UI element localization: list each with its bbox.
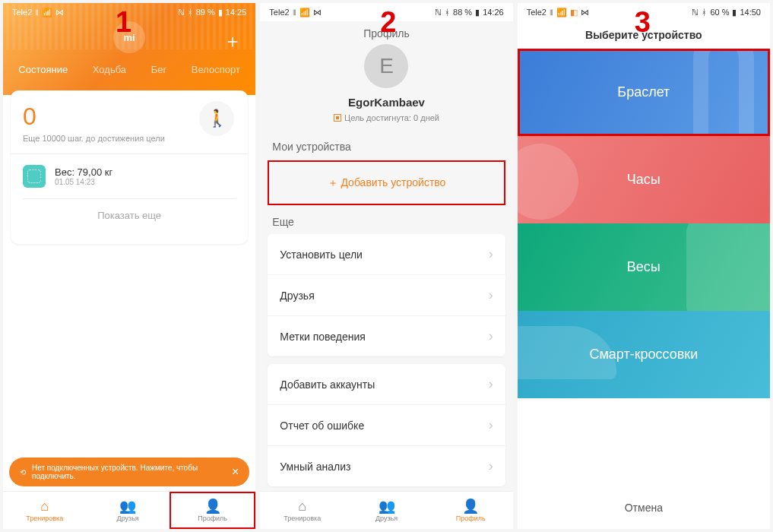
row-accounts[interactable]: Добавить аккаунты› xyxy=(268,364,505,405)
row-label: Умный анализ xyxy=(280,461,350,473)
chevron-right-icon: › xyxy=(489,417,493,433)
battery-text: 60 % xyxy=(710,8,729,17)
add-device-button[interactable]: ＋ Добавить устройство xyxy=(268,160,505,205)
no-device-toast[interactable]: ⟲ Нет подключенных устройств. Нажмите, ч… xyxy=(9,458,249,486)
settings-list-2: Добавить аккаунты› Отчет об ошибке› Умны… xyxy=(268,364,505,486)
tile-shoes[interactable]: Смарт-кроссовки xyxy=(518,311,770,398)
tab-run[interactable]: Бег xyxy=(145,59,173,80)
bracelet-shape-icon xyxy=(693,49,754,136)
bt-icon: ᚼ xyxy=(445,8,450,17)
weight-date: 01.05 14:23 xyxy=(55,178,112,186)
tile-bracelet[interactable]: Браслет xyxy=(518,49,770,136)
friends-icon: 👥 xyxy=(379,499,395,513)
link-icon: ⋈ xyxy=(581,8,589,17)
flag-icon xyxy=(334,114,341,122)
my-devices-title: Мои устройства xyxy=(260,131,512,159)
goal-line: Цель достигнута: 0 дней xyxy=(260,113,512,122)
nav-training[interactable]: ⌂ Тренировка xyxy=(3,492,86,529)
carrier-label: Tele2 xyxy=(527,8,546,17)
row-analysis[interactable]: Умный анализ› xyxy=(268,446,505,486)
shoe-shape-icon xyxy=(518,326,616,379)
profile-name: EgorKambaev xyxy=(260,96,512,109)
nav-profile-label: Профиль xyxy=(456,515,486,522)
weight-row[interactable]: Вес: 79,00 кг 01.05 14:23 xyxy=(23,165,236,188)
step-label-2: 2 xyxy=(380,6,396,39)
phone-screen-1: 1 Tele2 ⫴ 📶 ⋈ ℕ ᚼ 89 % ▮ 14:25 ＋ mi Сост… xyxy=(3,3,255,529)
show-more-button[interactable]: Показать еще xyxy=(23,198,236,232)
watch-shape-icon xyxy=(518,144,578,220)
nav-profile[interactable]: 👤 Профиль xyxy=(429,492,513,529)
apps-icon: ◧ xyxy=(570,8,578,17)
row-label: Установить цели xyxy=(280,249,363,261)
nav-friends-label: Друзья xyxy=(375,515,398,522)
scale-icon xyxy=(23,165,46,188)
time-label: 14:50 xyxy=(740,8,761,17)
tile-label: Часы xyxy=(627,172,661,188)
scale-shape-icon xyxy=(686,223,770,311)
friends-icon: 👥 xyxy=(119,499,136,513)
battery-icon: ▮ xyxy=(475,8,480,17)
link-icon: ⟲ xyxy=(20,468,26,477)
row-label: Метки поведения xyxy=(280,331,366,343)
bottom-nav: ⌂ Тренировка 👥 Друзья 👤 Профиль xyxy=(260,491,512,529)
toast-text: Нет подключенных устройств. Нажмите, что… xyxy=(32,464,226,480)
chevron-right-icon: › xyxy=(489,287,493,303)
row-label: Отчет об ошибке xyxy=(280,420,364,432)
tab-cycle[interactable]: Велоспорт xyxy=(185,59,246,80)
tile-watch[interactable]: Часы xyxy=(518,136,770,223)
nav-training[interactable]: ⌂ Тренировка xyxy=(260,492,344,529)
nav-training-label: Тренировка xyxy=(26,515,63,522)
row-label: Добавить аккаунты xyxy=(280,378,375,391)
add-icon[interactable]: ＋ xyxy=(223,29,242,53)
profile-icon: 👤 xyxy=(204,499,221,513)
row-goals[interactable]: Установить цели› xyxy=(268,234,505,275)
close-icon[interactable]: × xyxy=(232,465,239,479)
steps-goal-text: Еще 10000 шаг. до достижения цели xyxy=(23,134,236,143)
phone-screen-3: 3 Tele2 ⫴ 📶 ◧ ⋈ ℕ ᚼ 60 % ▮ 14:50 Выберит… xyxy=(518,3,770,529)
wifi-icon: 📶 xyxy=(299,8,310,17)
goal-text: Цель достигнута: 0 дней xyxy=(344,113,439,122)
profile-icon: 👤 xyxy=(462,499,479,513)
signal-icon: ⫴ xyxy=(293,8,296,17)
bottom-nav: ⌂ Тренировка 👥 Друзья 👤 Профиль xyxy=(3,491,255,529)
battery-text: 88 % xyxy=(453,8,472,17)
battery-icon: ▮ xyxy=(732,8,737,17)
row-label: Друзья xyxy=(280,290,314,302)
tab-status[interactable]: Состояние xyxy=(12,59,74,80)
chevron-right-icon: › xyxy=(489,458,493,474)
row-bugreport[interactable]: Отчет об ошибке› xyxy=(268,405,505,446)
chevron-right-icon: › xyxy=(489,376,493,392)
nfc-icon: ℕ xyxy=(692,8,699,17)
link-icon: ⋈ xyxy=(313,8,322,17)
walk-icon: 🚶 xyxy=(199,101,234,136)
steps-card[interactable]: 0 Еще 10000 шаг. до достижения цели 🚶 Ве… xyxy=(11,90,248,244)
divider xyxy=(11,154,248,154)
nav-profile-label: Профиль xyxy=(198,515,227,522)
avatar[interactable]: E xyxy=(364,44,408,88)
chevron-right-icon: › xyxy=(489,328,493,344)
tile-label: Браслет xyxy=(617,84,670,100)
signal-icon: ⫴ xyxy=(550,8,553,17)
time-label: 14:26 xyxy=(483,8,504,17)
nfc-icon: ℕ xyxy=(435,8,442,17)
nav-friends[interactable]: 👥 Друзья xyxy=(344,492,429,529)
nav-friends-label: Друзья xyxy=(117,515,139,522)
step-label-1: 1 xyxy=(116,6,131,39)
tile-scale[interactable]: Весы xyxy=(518,223,770,311)
phone-screen-2: 2 Tele2 ⫴ 📶 ⋈ ℕ ᚼ 88 % ▮ 14:26 Профиль E… xyxy=(260,3,512,529)
row-behavior[interactable]: Метки поведения› xyxy=(268,316,505,356)
wifi-icon: 📶 xyxy=(556,8,567,17)
row-friends[interactable]: Друзья› xyxy=(268,275,505,316)
more-title: Еще xyxy=(260,207,512,234)
tab-walk[interactable]: Ходьба xyxy=(87,59,132,80)
home-icon: ⌂ xyxy=(40,499,49,513)
step-label-3: 3 xyxy=(635,6,651,39)
nav-friends[interactable]: 👥 Друзья xyxy=(86,492,169,529)
home-icon: ⌂ xyxy=(298,499,306,513)
cancel-button[interactable]: Отмена xyxy=(518,486,770,529)
weight-label: Вес: 79,00 кг xyxy=(55,166,112,178)
home-tabs: Состояние Ходьба Бег Велоспорт xyxy=(3,59,255,80)
nav-profile[interactable]: 👤 Профиль xyxy=(169,492,255,529)
carrier-label: Tele2 xyxy=(269,8,289,17)
add-device-text: ＋ Добавить устройство xyxy=(328,176,446,188)
